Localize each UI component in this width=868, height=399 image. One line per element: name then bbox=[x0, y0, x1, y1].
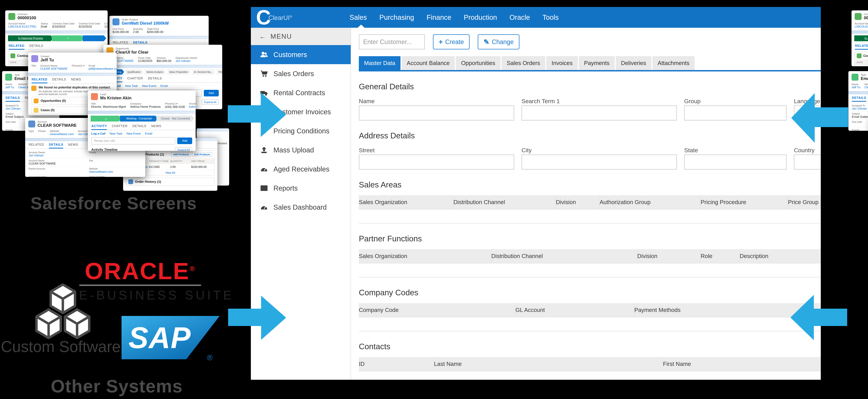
sidebar-item-sales-orders[interactable]: Sales Orders bbox=[251, 64, 351, 83]
mini-kv-grid: Assigned ToJon GilmanSubjectEmail Subjec… bbox=[848, 102, 868, 131]
field-street: Street bbox=[359, 147, 514, 170]
change-button[interactable]: ✎Change bbox=[478, 34, 519, 49]
panel-header: Order History (1) bbox=[126, 178, 214, 186]
nav-item-sales[interactable]: Sales bbox=[349, 13, 367, 21]
stage-segment: ✓ bbox=[52, 35, 84, 41]
clearui-logo[interactable]: C ClearUI® bbox=[256, 7, 292, 28]
nav-item-finance[interactable]: Finance bbox=[427, 13, 451, 21]
record-type-icon bbox=[91, 93, 98, 100]
header-band bbox=[28, 73, 117, 76]
mini-tab-news: NEWS bbox=[151, 124, 161, 130]
mini-field-value bbox=[31, 67, 36, 71]
mini-kv-label: Due Date bbox=[852, 121, 868, 123]
tab-payments[interactable]: Payments bbox=[579, 56, 615, 70]
record-type-icon bbox=[31, 55, 38, 62]
mini-field-value: Director, Warehouse Mgmt bbox=[91, 105, 126, 108]
mini-tabs: DETAILSRELATED bbox=[848, 94, 868, 102]
nav-item-production[interactable]: Production bbox=[464, 13, 497, 21]
record-type-icon bbox=[851, 74, 859, 80]
arrow-left-top-icon bbox=[228, 92, 286, 138]
sidebar-item-mass-upload[interactable]: Mass Upload bbox=[251, 140, 351, 160]
field-input-group[interactable] bbox=[684, 105, 786, 121]
mini-window-titles: Order ProductGenWatt Diesel 1000kW bbox=[122, 18, 169, 26]
sidebar-item-sales-dashboard[interactable]: Sales Dashboard bbox=[251, 198, 351, 217]
tab-opportunities[interactable]: Opportunities bbox=[456, 56, 500, 70]
sidebar-item-label: Aged Receivables bbox=[273, 165, 329, 173]
mini-field-value: 12 bbox=[104, 25, 107, 28]
mini-fields-row: Account NameCLEAR SOFTWAREClose Date11/3… bbox=[103, 56, 222, 65]
tab-invoices[interactable]: Invoices bbox=[546, 56, 578, 70]
mini-window-header: Order ProductGenWatt Diesel 1000kW bbox=[110, 16, 209, 27]
field-country: Country bbox=[794, 147, 821, 170]
mini-field-label: Status bbox=[41, 22, 48, 25]
section-title-company-codes: Company Codes bbox=[359, 288, 821, 297]
sidebar-item-label: Mass Upload bbox=[273, 146, 314, 154]
oracle-suite-label: E-BUSINESS SUITE bbox=[79, 288, 202, 302]
column-header-gl-account: GL Account bbox=[516, 303, 634, 317]
nav-item-oracle[interactable]: Oracle bbox=[509, 13, 530, 21]
column-header-role: Role bbox=[701, 249, 740, 263]
record-type-label: Task bbox=[861, 73, 868, 76]
caption-other-systems-right: Other Systems bbox=[851, 376, 868, 397]
tab-master-data[interactable]: Master Data bbox=[359, 56, 401, 70]
sidebar-item-customers[interactable]: Customers bbox=[251, 45, 351, 64]
panel-icon bbox=[10, 54, 15, 58]
section-title-sales-areas: Sales Areas bbox=[359, 180, 821, 189]
sidebar-item-aged-receivables[interactable]: Aged Receivables bbox=[251, 160, 351, 178]
mini-cell: 2.00 bbox=[170, 165, 191, 169]
mini-fields-row: Title Account NameCLEAR SOFTWAREPhone(2)… bbox=[28, 64, 117, 73]
field-input-state[interactable] bbox=[684, 155, 786, 170]
field-input-name[interactable] bbox=[359, 105, 514, 121]
mini-field-label: Email bbox=[89, 64, 117, 67]
record-title: GenWatt Diesel 1000kW bbox=[122, 21, 169, 26]
mini-tabs: RELATEDDETAILSNEWS bbox=[28, 76, 117, 84]
quick-action-new-task: New Task bbox=[110, 132, 122, 135]
tab-underline bbox=[359, 70, 821, 71]
mini-kv-value: Jon Gilman bbox=[852, 107, 868, 110]
tab-account-balance[interactable]: Account Balance bbox=[402, 56, 455, 70]
record-tabs: Master DataAccount BalanceOpportunitiesS… bbox=[359, 56, 821, 70]
mini-field-label: Type bbox=[28, 130, 34, 132]
sidebar-item-reports[interactable]: Reports bbox=[251, 178, 351, 198]
mini-window-header: OpportunityClearUI for Clear bbox=[103, 45, 222, 56]
quick-action-log-a-call: Log a Call bbox=[91, 132, 105, 135]
stage-segment: Working - Contacted bbox=[120, 116, 158, 122]
quick-actions-row: Log a CallNew TaskNew EventEmail bbox=[103, 82, 222, 88]
field-input-street[interactable] bbox=[359, 155, 514, 170]
mini-field-label: Company bbox=[130, 102, 161, 105]
column-header-company-code: Company Code bbox=[359, 303, 516, 317]
tab-attachments[interactable]: Attachments bbox=[652, 56, 694, 70]
field-input-search-term-1[interactable] bbox=[522, 105, 677, 121]
record-title: 00000100 bbox=[18, 15, 36, 20]
customer-toolbar: +Create ✎Change bbox=[359, 34, 821, 49]
mini-fields-row: Unit Price$100,000.00Quantity2.00Total P… bbox=[110, 27, 209, 36]
mini-kv-fax: Fax bbox=[89, 158, 142, 166]
tab-deliveries[interactable]: Deliveries bbox=[616, 56, 651, 70]
mini-field-label: Contract End Date bbox=[79, 22, 100, 25]
table-empty-row bbox=[359, 263, 821, 277]
mini-kv-value bbox=[29, 170, 82, 174]
sidebar-item-label: Customers bbox=[273, 51, 307, 59]
nav-item-purchasing[interactable]: Purchasing bbox=[379, 13, 414, 21]
field-input-country[interactable] bbox=[794, 155, 821, 170]
users-icon bbox=[259, 51, 269, 59]
sidebar-menu-toggle[interactable]: ← MENU bbox=[251, 28, 351, 45]
mini-kv-label: Fax bbox=[89, 159, 142, 162]
content-area: +Create ✎Change Master DataAccount Balan… bbox=[351, 28, 821, 380]
salesforce-screens-collage: ActivatedOrder ProductGenWatt Diesel 100… bbox=[5, 10, 222, 191]
quick-action-email: Email bbox=[145, 132, 152, 135]
record-title: Ms Kristen Akin bbox=[100, 96, 131, 100]
record-type-label: Lead bbox=[100, 93, 131, 96]
column-header-pricing-procedure: Pricing Procedure bbox=[701, 195, 788, 209]
mini-tabs: ACTIVITYCHATTERDETAILSNEWS bbox=[88, 123, 196, 130]
panel-title: Contract History (1) bbox=[863, 54, 868, 58]
nav-item-tools[interactable]: Tools bbox=[542, 13, 559, 21]
related-card-icon bbox=[34, 108, 38, 113]
mini-tab-activity: ACTIVITY bbox=[91, 124, 107, 130]
create-button[interactable]: +Create bbox=[433, 34, 470, 49]
field-input-city[interactable] bbox=[522, 155, 677, 170]
tab-sales-orders[interactable]: Sales Orders bbox=[501, 56, 546, 70]
related-card-label: Opportunities (0) bbox=[41, 99, 66, 103]
customer-search-input[interactable] bbox=[359, 34, 425, 49]
table-empty-row bbox=[359, 317, 821, 331]
